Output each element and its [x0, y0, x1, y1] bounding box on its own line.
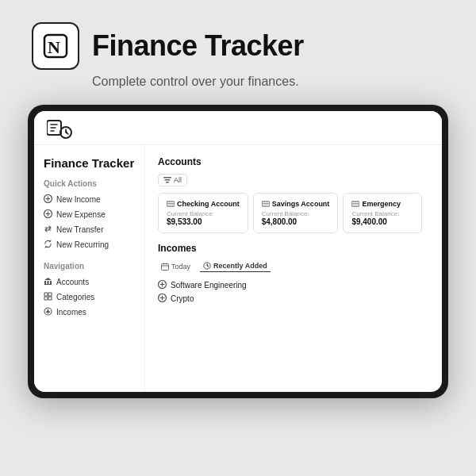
notion-logo: N: [32, 22, 79, 70]
incomes-title: Incomes: [158, 243, 429, 254]
svg-rect-8: [50, 281, 52, 284]
app-content: Finance Tracker Quick Actions New Income…: [34, 145, 442, 392]
quick-actions-label: Quick Actions: [44, 179, 135, 188]
account-card-savings[interactable]: Savings Account Current Balance: $4,800.…: [253, 193, 339, 233]
app-logo-icon: [47, 119, 72, 140]
income-plus-icon-2: [158, 294, 167, 304]
nav-accounts[interactable]: Accounts: [44, 274, 135, 290]
new-recurring-action[interactable]: New Recurring: [44, 237, 135, 252]
new-recurring-label: New Recurring: [56, 240, 109, 249]
sidebar: Finance Tracker Quick Actions New Income…: [34, 145, 145, 392]
tablet-frame: Finance Tracker Quick Actions New Income…: [28, 105, 448, 398]
categories-icon: [44, 292, 52, 302]
new-expense-label: New Expense: [56, 210, 106, 219]
svg-text:N: N: [48, 37, 60, 57]
nav-categories-label: Categories: [56, 293, 94, 301]
income-plus-icon-1: [158, 280, 167, 290]
hero-title: Finance Tracker: [92, 29, 304, 63]
accounts-filter-row: All: [158, 174, 429, 186]
card-icon-2: [262, 200, 270, 208]
hero-header: N Finance Tracker: [32, 22, 304, 70]
new-income-label: New Income: [56, 195, 101, 204]
app-header-bar: [34, 111, 442, 145]
today-tab[interactable]: Today: [158, 261, 194, 272]
account-card-emergency[interactable]: Emergency Current Balance: $9,400.00: [343, 193, 422, 233]
income-item-software[interactable]: Software Engineering: [158, 278, 429, 292]
recently-added-tab[interactable]: Recently Added: [200, 260, 271, 272]
account-card-checking[interactable]: Checking Account Current Balance: $9,533…: [158, 193, 248, 233]
checking-account-name: Checking Account: [167, 200, 240, 208]
filter-icon: [163, 177, 171, 183]
clock-icon: [203, 262, 211, 270]
nav-categories[interactable]: Categories: [44, 290, 135, 305]
savings-balance-label: Current Balance:: [262, 210, 330, 217]
svg-rect-12: [48, 293, 52, 296]
svg-rect-20: [167, 203, 175, 205]
main-area: Accounts All Checking Account: [145, 145, 442, 392]
card-icon: [167, 200, 175, 208]
svg-rect-16: [163, 177, 171, 178]
accounts-title: Accounts: [158, 156, 429, 167]
svg-rect-17: [165, 179, 171, 181]
svg-rect-24: [351, 203, 359, 205]
bank-icon: [44, 277, 52, 287]
plus-circle-icon: [44, 194, 52, 205]
nav-incomes-label: Incomes: [56, 308, 86, 317]
savings-account-name: Savings Account: [262, 200, 330, 208]
income-item-crypto[interactable]: Crypto: [158, 292, 429, 305]
emergency-account-name: Emergency: [351, 200, 413, 208]
svg-rect-11: [44, 293, 48, 296]
emergency-balance-label: Current Balance:: [351, 210, 413, 217]
calendar-icon: [161, 263, 169, 271]
nav-accounts-label: Accounts: [56, 278, 89, 286]
new-transfer-label: New Transfer: [56, 225, 103, 234]
savings-balance-value: $4,800.00: [262, 217, 330, 226]
svg-rect-25: [162, 263, 169, 270]
transfer-icon: [44, 225, 52, 235]
new-income-action[interactable]: New Income: [44, 192, 135, 207]
app-page-title: Finance Tracker: [44, 156, 135, 170]
navigation-label: Navigation: [44, 262, 135, 271]
svg-rect-7: [48, 281, 49, 284]
svg-marker-9: [44, 278, 52, 280]
incomes-tab-row: Today Recently Added: [158, 260, 429, 272]
recurring-icon: [44, 240, 52, 250]
svg-rect-14: [48, 297, 52, 300]
today-tab-label: Today: [171, 263, 190, 271]
svg-rect-18: [166, 182, 169, 183]
checking-balance-label: Current Balance:: [167, 210, 240, 217]
accounts-grid: Checking Account Current Balance: $9,533…: [158, 193, 429, 233]
all-filter-label: All: [174, 176, 182, 184]
incomes-section: Incomes Today Recently Added: [158, 243, 429, 305]
all-filter-btn[interactable]: All: [158, 174, 187, 186]
svg-rect-6: [44, 281, 46, 284]
accounts-section: Accounts All Checking Account: [158, 156, 429, 233]
hero-section: N Finance Tracker Complete control over …: [0, 0, 476, 105]
income-crypto-label: Crypto: [171, 294, 194, 303]
nav-incomes[interactable]: Incomes: [44, 305, 135, 320]
svg-rect-22: [262, 203, 270, 205]
plus-circle-icon-2: [44, 209, 52, 220]
recently-added-tab-label: Recently Added: [213, 262, 267, 270]
tablet-screen: Finance Tracker Quick Actions New Income…: [34, 111, 442, 392]
new-transfer-action[interactable]: New Transfer: [44, 222, 135, 237]
svg-rect-10: [44, 284, 52, 285]
checking-balance-value: $9,533.00: [167, 217, 240, 226]
income-software-label: Software Engineering: [171, 281, 247, 290]
card-icon-3: [351, 200, 359, 208]
emergency-balance-value: $9,400.00: [351, 217, 413, 226]
hero-subtitle: Complete control over your finances.: [92, 75, 299, 89]
incomes-icon: [44, 307, 52, 317]
svg-rect-13: [44, 297, 48, 300]
new-expense-action[interactable]: New Expense: [44, 207, 135, 222]
